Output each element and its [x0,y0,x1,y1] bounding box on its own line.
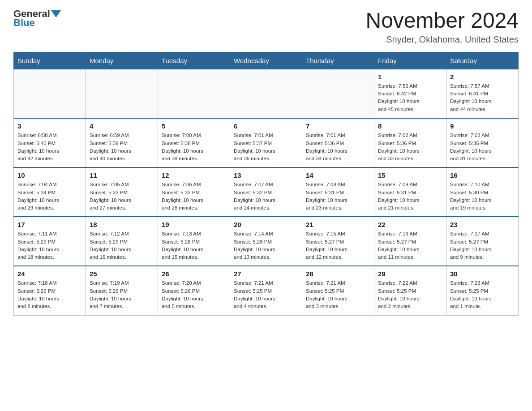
calendar-cell: 24Sunrise: 7:18 AM Sunset: 5:26 PM Dayli… [14,266,86,315]
day-number: 11 [90,171,154,179]
day-number: 5 [162,122,226,130]
day-number: 20 [234,221,298,228]
day-number: 30 [450,270,515,278]
calendar-cell [230,69,302,118]
day-info: Sunrise: 7:09 AM Sunset: 5:31 PM Dayligh… [378,181,442,212]
day-info: Sunrise: 7:10 AM Sunset: 5:30 PM Dayligh… [450,181,515,212]
calendar-cell: 10Sunrise: 7:04 AM Sunset: 5:34 PM Dayli… [14,167,86,217]
day-number: 10 [17,171,82,179]
calendar-cell: 29Sunrise: 7:22 AM Sunset: 5:25 PM Dayli… [374,266,446,315]
calendar-cell: 21Sunrise: 7:15 AM Sunset: 5:27 PM Dayli… [302,217,374,266]
calendar-cell: 12Sunrise: 7:06 AM Sunset: 5:33 PM Dayli… [158,167,230,217]
day-info: Sunrise: 7:23 AM Sunset: 5:25 PM Dayligh… [450,279,515,310]
day-info: Sunrise: 7:03 AM Sunset: 5:35 PM Dayligh… [450,132,515,163]
calendar-header-tuesday: Tuesday [158,52,230,69]
day-number: 28 [306,270,370,278]
day-info: Sunrise: 7:02 AM Sunset: 5:36 PM Dayligh… [378,132,442,163]
day-info: Sunrise: 7:05 AM Sunset: 5:33 PM Dayligh… [90,181,154,212]
day-number: 2 [450,73,515,81]
day-info: Sunrise: 7:07 AM Sunset: 5:32 PM Dayligh… [234,181,298,212]
day-number: 3 [17,122,82,130]
day-info: Sunrise: 7:06 AM Sunset: 5:33 PM Dayligh… [162,181,226,212]
day-info: Sunrise: 7:56 AM Sunset: 6:42 PM Dayligh… [378,82,442,113]
day-info: Sunrise: 7:21 AM Sunset: 5:25 PM Dayligh… [234,279,298,310]
calendar-header-thursday: Thursday [302,52,374,69]
day-info: Sunrise: 7:18 AM Sunset: 5:26 PM Dayligh… [17,279,82,310]
calendar-cell: 6Sunrise: 7:01 AM Sunset: 5:37 PM Daylig… [230,118,302,167]
day-info: Sunrise: 7:22 AM Sunset: 5:25 PM Dayligh… [378,279,442,310]
calendar-cell: 17Sunrise: 7:11 AM Sunset: 5:29 PM Dayli… [14,217,86,266]
day-number: 16 [450,171,515,179]
day-number: 13 [234,171,298,179]
calendar-cell: 2Sunrise: 7:57 AM Sunset: 6:41 PM Daylig… [446,69,519,118]
calendar-cell: 26Sunrise: 7:20 AM Sunset: 5:26 PM Dayli… [158,266,230,315]
calendar-cell: 15Sunrise: 7:09 AM Sunset: 5:31 PM Dayli… [374,167,446,217]
logo-triangle-icon [51,9,61,18]
calendar-week-row: 1Sunrise: 7:56 AM Sunset: 6:42 PM Daylig… [14,69,519,118]
calendar-cell: 20Sunrise: 7:14 AM Sunset: 5:28 PM Dayli… [230,217,302,266]
calendar-cell: 5Sunrise: 7:00 AM Sunset: 5:38 PM Daylig… [158,118,230,167]
day-info: Sunrise: 7:11 AM Sunset: 5:29 PM Dayligh… [17,230,82,261]
calendar-week-row: 17Sunrise: 7:11 AM Sunset: 5:29 PM Dayli… [14,217,519,266]
calendar-cell: 28Sunrise: 7:21 AM Sunset: 5:25 PM Dayli… [302,266,374,315]
day-info: Sunrise: 7:20 AM Sunset: 5:26 PM Dayligh… [162,279,226,310]
day-info: Sunrise: 6:58 AM Sunset: 5:40 PM Dayligh… [17,132,82,163]
calendar-cell [14,69,86,118]
day-info: Sunrise: 7:16 AM Sunset: 5:27 PM Dayligh… [378,230,442,261]
day-number: 12 [162,171,226,179]
day-number: 17 [17,221,82,228]
calendar-cell: 9Sunrise: 7:03 AM Sunset: 5:35 PM Daylig… [446,118,519,167]
logo: General Blue [13,9,61,28]
calendar-cell [86,69,158,118]
calendar-cell [302,69,374,118]
page-header: General Blue November 2024 Snyder, Oklah… [13,9,519,45]
day-number: 27 [234,270,298,278]
day-info: Sunrise: 7:57 AM Sunset: 6:41 PM Dayligh… [450,82,515,113]
day-number: 8 [378,122,442,130]
logo-blue-text: Blue [13,18,35,28]
calendar-header-sunday: Sunday [14,52,86,69]
day-number: 21 [306,221,370,228]
day-info: Sunrise: 6:59 AM Sunset: 5:39 PM Dayligh… [90,132,154,163]
calendar-cell: 18Sunrise: 7:12 AM Sunset: 5:29 PM Dayli… [86,217,158,266]
day-number: 18 [90,221,154,228]
day-info: Sunrise: 7:21 AM Sunset: 5:25 PM Dayligh… [306,279,370,310]
day-number: 25 [90,270,154,278]
day-number: 15 [378,171,442,179]
title-section: November 2024 Snyder, Oklahoma, United S… [365,9,519,45]
calendar-week-row: 3Sunrise: 6:58 AM Sunset: 5:40 PM Daylig… [14,118,519,167]
day-number: 23 [450,221,515,228]
day-number: 1 [378,73,442,81]
calendar-week-row: 24Sunrise: 7:18 AM Sunset: 5:26 PM Dayli… [14,266,519,315]
day-info: Sunrise: 7:01 AM Sunset: 5:36 PM Dayligh… [306,132,370,163]
day-number: 14 [306,171,370,179]
calendar-cell: 22Sunrise: 7:16 AM Sunset: 5:27 PM Dayli… [374,217,446,266]
day-number: 24 [17,270,82,278]
day-number: 7 [306,122,370,130]
calendar-header-saturday: Saturday [446,52,519,69]
calendar-cell: 7Sunrise: 7:01 AM Sunset: 5:36 PM Daylig… [302,118,374,167]
calendar-header-monday: Monday [86,52,158,69]
month-title: November 2024 [365,9,519,33]
calendar-cell: 4Sunrise: 6:59 AM Sunset: 5:39 PM Daylig… [86,118,158,167]
day-info: Sunrise: 7:15 AM Sunset: 5:27 PM Dayligh… [306,230,370,261]
calendar-header-row: SundayMondayTuesdayWednesdayThursdayFrid… [14,52,519,69]
day-info: Sunrise: 7:00 AM Sunset: 5:38 PM Dayligh… [162,132,226,163]
calendar-cell: 3Sunrise: 6:58 AM Sunset: 5:40 PM Daylig… [14,118,86,167]
day-number: 4 [90,122,154,130]
day-info: Sunrise: 7:12 AM Sunset: 5:29 PM Dayligh… [90,230,154,261]
day-info: Sunrise: 7:04 AM Sunset: 5:34 PM Dayligh… [17,181,82,212]
svg-marker-0 [51,10,61,17]
day-info: Sunrise: 7:17 AM Sunset: 5:27 PM Dayligh… [450,230,515,261]
calendar-cell: 11Sunrise: 7:05 AM Sunset: 5:33 PM Dayli… [86,167,158,217]
day-number: 22 [378,221,442,228]
calendar-cell: 19Sunrise: 7:13 AM Sunset: 5:28 PM Dayli… [158,217,230,266]
calendar-cell: 13Sunrise: 7:07 AM Sunset: 5:32 PM Dayli… [230,167,302,217]
calendar-cell: 8Sunrise: 7:02 AM Sunset: 5:36 PM Daylig… [374,118,446,167]
calendar-cell: 16Sunrise: 7:10 AM Sunset: 5:30 PM Dayli… [446,167,519,217]
calendar-week-row: 10Sunrise: 7:04 AM Sunset: 5:34 PM Dayli… [14,167,519,217]
day-info: Sunrise: 7:08 AM Sunset: 5:31 PM Dayligh… [306,181,370,212]
day-info: Sunrise: 7:14 AM Sunset: 5:28 PM Dayligh… [234,230,298,261]
calendar-cell: 23Sunrise: 7:17 AM Sunset: 5:27 PM Dayli… [446,217,519,266]
calendar-table: SundayMondayTuesdayWednesdayThursdayFrid… [13,52,519,316]
